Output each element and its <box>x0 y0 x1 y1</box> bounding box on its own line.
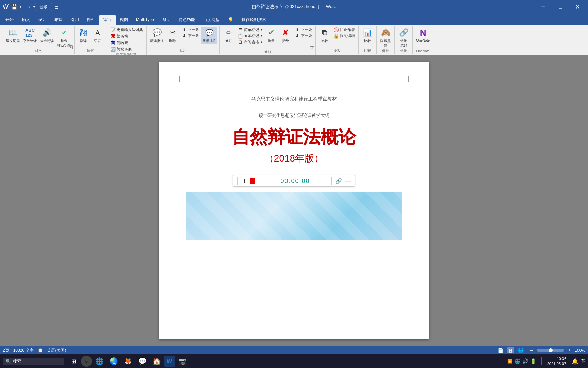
btn-next-change[interactable]: ⬇ 下一处 <box>293 33 313 39</box>
rec-stop-button[interactable] <box>250 178 255 184</box>
btn-show-comments[interactable]: 💬 显示批注 <box>201 27 217 44</box>
maximize-button[interactable]: □ <box>553 1 568 12</box>
tray-battery-icon[interactable]: 🔋 <box>530 358 536 364</box>
taskbar-edge-icon[interactable]: 🦊 <box>121 354 135 368</box>
tab-reference[interactable]: 引用 <box>67 15 83 25</box>
ribbon-tabs: 开始 插入 设计 布局 引用 邮件 审阅 视图 MathType 帮助 特色功能… <box>0 14 588 25</box>
rec-sep-right <box>331 177 332 185</box>
tab-review[interactable]: 审阅 <box>99 15 116 25</box>
btn-accept[interactable]: ✔ 接受 <box>264 27 278 44</box>
notification-icon[interactable]: 🔔 <box>572 358 578 365</box>
reject-label: 拒绝 <box>282 39 289 43</box>
group-onenote-label: OneNote <box>413 49 433 53</box>
undo-icon[interactable]: ↩ <box>20 4 24 10</box>
tray-network-icon[interactable]: 🌐 <box>514 358 520 364</box>
tab-insert[interactable]: 插入 <box>18 15 34 25</box>
btn-dict[interactable]: 📖 词义词库 <box>5 27 21 44</box>
rec-link-button[interactable]: 🔗 <box>335 178 342 184</box>
taskbar-translate-icon[interactable]: 🌏 <box>107 354 120 368</box>
btn-link-note[interactable]: 🔗 链接笔记 <box>397 27 410 49</box>
tab-design[interactable]: 设计 <box>34 15 50 25</box>
group-language: 翻 翻译 A 语言 语言 <box>75 26 107 54</box>
show-markup-icon: 📋 <box>238 33 243 39</box>
tab-help[interactable]: 帮助 <box>158 15 175 25</box>
rec-pause-button[interactable]: ⏸ <box>241 178 246 184</box>
restore-icon[interactable]: 🗗 <box>55 4 60 10</box>
tray-sound-icon[interactable]: 🔊 <box>522 358 528 364</box>
btn-review-pane[interactable]: 🗒 审阅窗格 ▾ <box>236 39 264 45</box>
tab-baidu[interactable]: 百度网盘 <box>199 15 224 25</box>
btn-prev-comment[interactable]: ⬆ 上一条 <box>180 27 200 33</box>
taskbar-camera-icon[interactable]: 📷 <box>176 354 189 368</box>
btn-hide-ink[interactable]: 🙈 隐藏墨迹 <box>379 27 392 49</box>
taskbar-start-button[interactable]: ⊞ <box>67 354 80 368</box>
tab-view[interactable]: 视图 <box>116 15 132 25</box>
rec-minimize-button[interactable]: — <box>345 178 351 184</box>
close-button[interactable]: ✕ <box>570 1 585 12</box>
taskbar-google-icon[interactable]: 🌐 <box>93 354 106 368</box>
tab-lightbulb[interactable]: 💡 <box>224 15 238 25</box>
tab-mathtype[interactable]: MathType <box>132 15 158 25</box>
word-count-label: 10320 个字 <box>13 348 34 353</box>
btn-read[interactable]: 🔊 大声朗读 <box>39 27 55 44</box>
view-print-btn[interactable]: ▦ <box>507 347 514 353</box>
compare2-icon: 📊 <box>362 27 373 38</box>
btn-convert[interactable]: 🔄 简繁转换 <box>109 46 144 52</box>
track-dialog-launcher[interactable]: ↗ <box>310 46 314 50</box>
btn-show-markup[interactable]: 📋 显示标记 ▾ <box>236 33 264 39</box>
login-button[interactable]: 登录 <box>35 3 52 11</box>
btn-new-comment[interactable]: 💬 新建批注 <box>149 27 165 44</box>
btn-block-author[interactable]: 🚫 阻止作者 <box>332 27 356 33</box>
btn-update-input[interactable]: 📝 更新输入法词典 <box>109 27 144 33</box>
btn-track[interactable]: ✏ 修订 <box>222 27 235 44</box>
btn-next-comment[interactable]: ⬇ 下一条 <box>180 33 200 39</box>
title-bar: W 💾 ↩ ↪ ▾ 自然辩证法考点（2021czxzhengli） - Word… <box>0 0 588 14</box>
btn-simp[interactable]: 简 简转繁 <box>109 40 144 46</box>
btn-lang[interactable]: A 语言 <box>91 27 104 44</box>
ribbon: 开始 插入 设计 布局 引用 邮件 审阅 视图 MathType 帮助 特色功能… <box>0 14 588 58</box>
btn-compare[interactable]: ⧉ 比较 <box>318 27 331 44</box>
review-pane-arrow: ▾ <box>261 40 262 44</box>
zoom-plus[interactable]: + <box>568 348 571 353</box>
zoom-minus[interactable]: ─ <box>530 348 533 353</box>
redo-icon[interactable]: ↪ <box>27 4 31 10</box>
proofreading-dialog-launcher[interactable]: ↗ <box>69 45 73 49</box>
page-count[interactable]: 2页 <box>3 348 9 353</box>
word-count-status[interactable]: 10320 个字 <box>13 348 34 353</box>
hide-ink-label: 隐藏墨迹 <box>380 39 391 48</box>
taskbar-cortana-icon[interactable]: ○ <box>81 356 92 367</box>
tab-special[interactable]: 特色功能 <box>175 15 199 25</box>
btn-wordcount[interactable]: ABC123 字数统计 <box>22 27 38 44</box>
tab-mail[interactable]: 邮件 <box>83 15 99 25</box>
dict-label: 词义词库 <box>6 39 20 43</box>
tray-arrow-icon[interactable]: 🔼 <box>507 359 512 364</box>
view-web-btn[interactable]: 🌐 <box>517 347 525 353</box>
view-read-btn[interactable]: 📄 <box>497 347 504 353</box>
btn-prev-change[interactable]: ⬆ 上一处 <box>293 27 313 33</box>
btn-translate[interactable]: 翻 翻译 <box>77 27 90 44</box>
lang-status[interactable]: 英语(美国) <box>47 348 66 353</box>
taskbar-explorer-icon[interactable]: 🏠 <box>150 354 163 368</box>
btn-trad[interactable]: 繁 繁转简 <box>109 33 144 39</box>
btn-delete-comment[interactable]: ✂ 删除 <box>166 27 179 44</box>
tab-search[interactable]: 操作说明搜索 <box>238 15 270 25</box>
btn-compare2[interactable]: 📊 比较 <box>361 27 374 44</box>
taskbar-word-icon[interactable]: W <box>164 356 175 367</box>
btn-reject[interactable]: ✘ 拒绝 <box>279 27 292 44</box>
taskbar-wechat-icon[interactable]: 💬 <box>135 354 149 368</box>
save-icon[interactable]: 💾 <box>11 4 17 10</box>
zoom-slider[interactable] <box>537 349 564 352</box>
btn-simple-markup[interactable]: ☰ 简单标记 ▾ <box>236 27 264 33</box>
taskbar-search[interactable]: 🔍 搜索 <box>3 358 64 365</box>
clock[interactable]: 10:36 2021-05-07 <box>544 356 569 366</box>
tab-layout[interactable]: 布局 <box>50 15 67 25</box>
btn-restrict-edit[interactable]: 🔒 限制编辑 <box>332 33 356 39</box>
tab-start[interactable]: 开始 <box>1 15 18 25</box>
btn-onenote[interactable]: N OneNote <box>415 27 431 43</box>
minimize-button[interactable]: ─ <box>536 1 551 12</box>
show-comments-label: 显示批注 <box>202 39 216 43</box>
page-main-title: 自然辩证法概论 <box>186 125 402 149</box>
ime-label[interactable]: 英 <box>581 358 585 364</box>
check-icon: ✔ <box>59 27 69 38</box>
wordcount-icon: ABC123 <box>24 27 35 38</box>
